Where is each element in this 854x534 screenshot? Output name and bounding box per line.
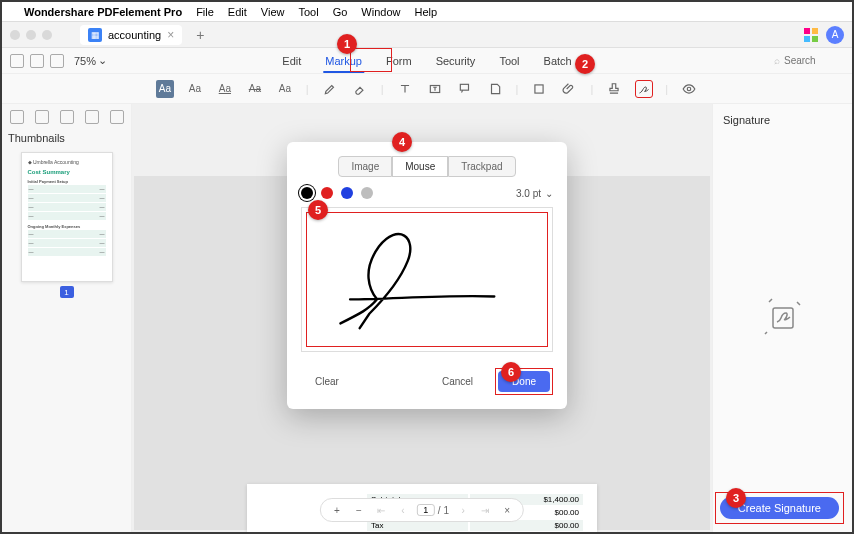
sidebar-mode-icons[interactable] bbox=[8, 110, 125, 124]
menu-view[interactable]: View bbox=[261, 6, 285, 18]
page-indicator: / 1 bbox=[417, 504, 449, 516]
menu-window[interactable]: Window bbox=[361, 6, 400, 18]
color-red[interactable] bbox=[321, 187, 333, 199]
callout-4: 4 bbox=[392, 132, 412, 152]
tab-security[interactable]: Security bbox=[434, 51, 478, 71]
clear-button[interactable]: Clear bbox=[301, 371, 353, 392]
text-tool-icon[interactable] bbox=[396, 80, 414, 98]
sig-tab-image[interactable]: Image bbox=[338, 156, 392, 177]
color-picker bbox=[301, 187, 373, 199]
text-underline-icon[interactable]: Aa bbox=[216, 80, 234, 98]
app-name[interactable]: Wondershare PDFelement Pro bbox=[24, 6, 182, 18]
shape-icon[interactable] bbox=[530, 80, 548, 98]
search-box[interactable]: ⌕ bbox=[774, 55, 844, 66]
text-strike-icon[interactable]: Aa bbox=[246, 80, 264, 98]
close-tab-icon[interactable]: × bbox=[167, 28, 174, 42]
search-input[interactable] bbox=[784, 55, 844, 66]
callout-1: 1 bbox=[337, 34, 357, 54]
callout-icon[interactable] bbox=[456, 80, 474, 98]
signature-stroke bbox=[302, 208, 552, 343]
color-black[interactable] bbox=[301, 187, 313, 199]
zoom-in-button[interactable]: + bbox=[329, 502, 345, 518]
sig-tab-mouse[interactable]: Mouse bbox=[392, 156, 448, 177]
callout-2: 2 bbox=[575, 54, 595, 74]
prev-page-button[interactable]: ‹ bbox=[395, 502, 411, 518]
signature-source-tabs: Image Mouse Trackpad bbox=[301, 156, 553, 177]
tab-form[interactable]: Form bbox=[384, 51, 414, 71]
tab-filename: accounting bbox=[108, 29, 161, 41]
svg-rect-1 bbox=[460, 84, 468, 90]
eye-icon[interactable] bbox=[680, 80, 698, 98]
avatar[interactable]: A bbox=[826, 26, 844, 44]
first-page-button[interactable]: ⇤ bbox=[373, 502, 389, 518]
callout-3: 3 bbox=[726, 488, 746, 508]
eraser-icon[interactable] bbox=[351, 80, 369, 98]
tab-edit[interactable]: Edit bbox=[280, 51, 303, 71]
menu-file[interactable]: File bbox=[196, 6, 214, 18]
thumb-brand: ◆ Umbrella Accounting bbox=[28, 159, 106, 165]
new-tab-button[interactable]: + bbox=[196, 27, 204, 43]
stamp-icon[interactable] bbox=[605, 80, 623, 98]
window-controls[interactable] bbox=[10, 30, 52, 40]
color-gray[interactable] bbox=[361, 187, 373, 199]
text-style-2-icon[interactable]: Aa bbox=[276, 80, 294, 98]
sig-tab-trackpad[interactable]: Trackpad bbox=[448, 156, 515, 177]
next-page-button[interactable]: › bbox=[455, 502, 471, 518]
view-mode-icons[interactable] bbox=[10, 54, 64, 68]
pdf-icon: ▦ bbox=[88, 28, 102, 42]
thumb-section-1: Initial Payment Setup bbox=[28, 179, 106, 184]
sidebar-title: Thumbnails bbox=[8, 132, 125, 144]
right-panel-title: Signature bbox=[723, 114, 842, 126]
thumbnail-page-number: 1 bbox=[60, 286, 74, 298]
stroke-width-select[interactable]: 3.0 pt ⌄ bbox=[516, 188, 553, 199]
tab-batch[interactable]: Batch bbox=[542, 51, 574, 71]
apps-grid-icon[interactable] bbox=[804, 28, 818, 42]
menu-help[interactable]: Help bbox=[414, 6, 437, 18]
tab-tool[interactable]: Tool bbox=[497, 51, 521, 71]
page-input[interactable] bbox=[417, 504, 435, 516]
chevron-down-icon: ⌄ bbox=[545, 188, 553, 199]
sidebar: Thumbnails ◆ Umbrella Accounting Cost Su… bbox=[2, 104, 132, 532]
zoom-value: 75% bbox=[74, 55, 96, 67]
color-blue[interactable] bbox=[341, 187, 353, 199]
note-icon[interactable] bbox=[486, 80, 504, 98]
markup-toolbar: Aa Aa Aa Aa Aa | | | | | bbox=[2, 74, 852, 104]
cancel-button[interactable]: Cancel bbox=[428, 371, 487, 392]
signature-icon[interactable] bbox=[635, 80, 653, 98]
text-highlight-icon[interactable]: Aa bbox=[156, 80, 174, 98]
macos-menubar: Wondershare PDFelement Pro File Edit Vie… bbox=[2, 2, 852, 22]
pagination-bar: + − ⇤ ‹ / 1 › ⇥ × bbox=[320, 498, 524, 522]
search-icon: ⌕ bbox=[774, 55, 780, 66]
chevron-down-icon: ⌄ bbox=[98, 54, 107, 67]
signature-placeholder-icon bbox=[763, 296, 803, 340]
thumb-section-2: Ongoing Monthly Expenses bbox=[28, 224, 106, 229]
document-tab[interactable]: ▦ accounting × bbox=[80, 25, 182, 45]
signature-canvas[interactable] bbox=[301, 207, 553, 352]
toolbar-secondary: 75% ⌄ Edit Markup Form Security Tool Bat… bbox=[2, 48, 852, 74]
mode-tabs: Edit Markup Form Security Tool Batch bbox=[280, 51, 573, 71]
close-bar-button[interactable]: × bbox=[499, 502, 515, 518]
signature-dialog: Image Mouse Trackpad 3.0 pt ⌄ Clear Canc… bbox=[287, 142, 567, 409]
text-style-1-icon[interactable]: Aa bbox=[186, 80, 204, 98]
callout-5: 5 bbox=[308, 200, 328, 220]
svg-point-3 bbox=[687, 87, 691, 91]
menu-tool[interactable]: Tool bbox=[298, 6, 318, 18]
titlebar: ▦ accounting × + A bbox=[2, 22, 852, 48]
right-panel: Signature bbox=[712, 104, 852, 532]
menu-go[interactable]: Go bbox=[333, 6, 348, 18]
svg-rect-2 bbox=[535, 84, 543, 92]
zoom-select[interactable]: 75% ⌄ bbox=[74, 54, 107, 67]
textbox-icon[interactable] bbox=[426, 80, 444, 98]
last-page-button[interactable]: ⇥ bbox=[477, 502, 493, 518]
zoom-out-button[interactable]: − bbox=[351, 502, 367, 518]
thumb-title: Cost Summary bbox=[28, 169, 106, 175]
page-thumbnail[interactable]: ◆ Umbrella Accounting Cost Summary Initi… bbox=[21, 152, 113, 282]
menu-edit[interactable]: Edit bbox=[228, 6, 247, 18]
attachment-icon[interactable] bbox=[560, 80, 578, 98]
callout-6: 6 bbox=[501, 362, 521, 382]
highlighter-icon[interactable] bbox=[321, 80, 339, 98]
